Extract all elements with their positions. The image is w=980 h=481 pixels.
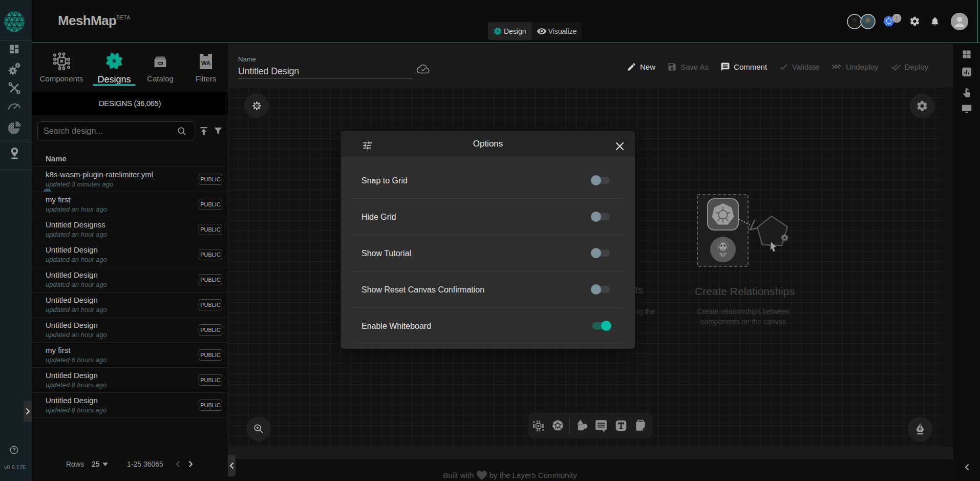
svg-text:WA: WA [201,60,210,66]
svg-text:1: 1 [895,15,898,21]
